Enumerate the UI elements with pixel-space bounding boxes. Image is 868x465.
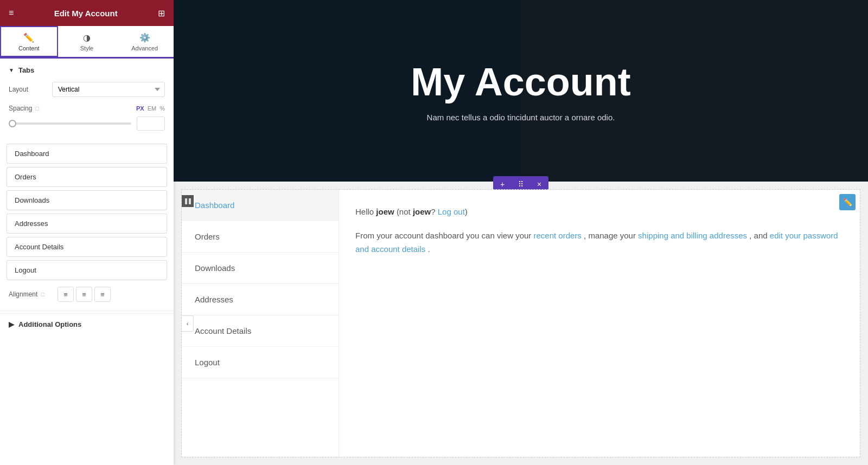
spacing-units: PX EM % xyxy=(136,105,165,112)
content-tab-label: Content xyxy=(18,45,40,51)
layout-select[interactable]: Vertical Horizontal xyxy=(52,82,165,97)
nav-item-dashboard[interactable]: Dashboard xyxy=(182,190,339,221)
tab-advanced[interactable]: ⚙️ Advanced xyxy=(116,26,174,57)
spacing-row: Spacing □ PX EM % xyxy=(9,105,165,112)
style-tab-icon: ◑ xyxy=(83,33,91,43)
spacing-slider[interactable] xyxy=(9,122,131,125)
username-bold: joew xyxy=(376,207,394,216)
tab-style[interactable]: ◑ Style xyxy=(58,26,116,57)
slider-row xyxy=(9,117,165,131)
main-content: My Account Nam nec tellus a odio tincidu… xyxy=(174,0,868,465)
layout-label: Layout xyxy=(9,86,52,93)
spacing-unit-em[interactable]: EM xyxy=(148,105,157,112)
account-welcome: Hello joew (not joew? Log out) xyxy=(355,205,844,219)
grid-icon[interactable]: ⊞ xyxy=(158,8,165,18)
style-tab-label: Style xyxy=(80,45,93,51)
align-right-button[interactable]: ≡ xyxy=(94,287,111,302)
alignment-row: Alignment □ ≡ ≡ ≡ xyxy=(0,280,174,308)
panel-header-title: Edit My Account xyxy=(54,9,118,18)
nav-item-addresses[interactable]: Addresses xyxy=(182,284,339,315)
tabs-section-title: ▼ Tabs xyxy=(9,66,165,74)
nav-item-account-details[interactable]: Account Details xyxy=(182,315,339,347)
additional-options[interactable]: ▶ Additional Options xyxy=(0,313,174,335)
column-indicator xyxy=(182,195,194,207)
layout-field-row: Layout Vertical Horizontal xyxy=(9,82,165,97)
account-edit-button[interactable]: ✏️ xyxy=(839,194,856,210)
tab-item-downloads[interactable]: Downloads xyxy=(7,190,167,210)
hero-section: My Account Nam nec tellus a odio tincidu… xyxy=(174,0,868,182)
align-center-button[interactable]: ≡ xyxy=(76,287,92,302)
hero-title: My Account xyxy=(411,60,630,104)
tab-item-dashboard[interactable]: Dashboard xyxy=(7,144,167,164)
content-tab-icon: ✏️ xyxy=(23,33,34,43)
account-body: From your account dashboard you can view… xyxy=(355,229,844,256)
tab-items-list: Dashboard Orders Downloads Addresses Acc… xyxy=(0,144,174,280)
spacing-label: Spacing □ xyxy=(9,105,52,112)
hamburger-icon[interactable]: ≡ xyxy=(9,8,14,18)
align-left-button[interactable]: ≡ xyxy=(58,287,74,302)
panel-header: ≡ Edit My Account ⊞ xyxy=(0,0,174,26)
username2-bold: joew xyxy=(413,207,431,216)
additional-options-title: ▶ Additional Options xyxy=(9,320,165,328)
alignment-label: Alignment □ xyxy=(9,290,52,298)
svg-rect-0 xyxy=(185,198,187,204)
additional-options-chevron: ▶ xyxy=(9,320,14,328)
recent-orders-link[interactable]: recent orders xyxy=(534,231,582,240)
account-nav: Dashboard Orders Downloads Addresses Acc… xyxy=(182,190,339,457)
spacing-responsive-icon: □ xyxy=(35,105,39,112)
left-panel: ≡ Edit My Account ⊞ ✏️ Content ◑ Style ⚙… xyxy=(0,0,174,465)
tab-item-logout[interactable]: Logout xyxy=(7,260,167,280)
panel-tabs: ✏️ Content ◑ Style ⚙️ Advanced xyxy=(0,26,174,59)
shipping-billing-link[interactable]: shipping and billing addresses xyxy=(638,231,747,240)
alignment-responsive-icon: □ xyxy=(41,291,44,298)
tab-content[interactable]: ✏️ Content xyxy=(0,26,58,57)
tabs-chevron-icon: ▼ xyxy=(9,67,14,73)
nav-item-logout[interactable]: Logout xyxy=(182,347,339,378)
collapse-toggle[interactable]: ‹ xyxy=(182,315,194,332)
account-section: Dashboard Orders Downloads Addresses Acc… xyxy=(181,189,860,457)
layout-select-wrapper: Vertical Horizontal xyxy=(52,82,165,97)
nav-item-orders[interactable]: Orders xyxy=(182,221,339,253)
advanced-tab-label: Advanced xyxy=(131,45,158,51)
spacing-unit-percent[interactable]: % xyxy=(159,105,165,112)
advanced-tab-icon: ⚙️ xyxy=(139,33,150,43)
tab-item-addresses[interactable]: Addresses xyxy=(7,214,167,234)
spacing-number-input[interactable] xyxy=(137,117,165,131)
spacing-unit-px[interactable]: PX xyxy=(136,105,144,112)
alignment-buttons: ≡ ≡ ≡ xyxy=(58,287,111,302)
account-content: ✏️ Hello joew (not joew? Log out) From y… xyxy=(339,190,860,457)
tabs-section: ▼ Tabs Layout Vertical Horizontal Spacin… xyxy=(0,59,174,144)
logout-link[interactable]: Log out xyxy=(438,207,465,216)
hero-subtitle: Nam nec tellus a odio tincidunt auctor a… xyxy=(427,113,615,122)
svg-rect-1 xyxy=(189,198,191,204)
nav-item-downloads[interactable]: Downloads xyxy=(182,253,339,284)
tab-item-orders[interactable]: Orders xyxy=(7,167,167,187)
tab-item-account-details[interactable]: Account Details xyxy=(7,237,167,257)
